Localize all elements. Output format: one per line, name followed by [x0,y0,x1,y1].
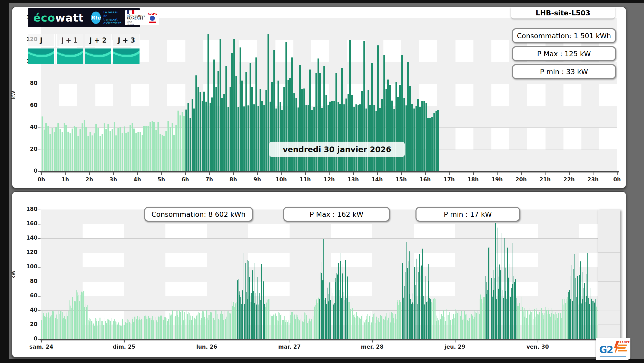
bar [313,323,313,339]
bar [313,316,314,339]
bar [75,299,75,339]
bar [461,311,462,339]
bar [388,322,388,339]
week-chart-plot-area[interactable] [41,210,620,339]
bar [47,317,48,339]
forecast-day-label-3[interactable]: J + 3 [113,34,140,47]
bar [279,321,279,339]
checker-cell [207,224,248,238]
bar [592,301,593,339]
bar [252,302,252,339]
bar [589,304,590,339]
bar [116,322,117,339]
bar [442,310,442,339]
forecast-green-signal-tile-2[interactable] [85,48,112,64]
bar [132,123,133,171]
bar [192,99,193,171]
bar [133,322,134,339]
bar [251,293,252,339]
ademe-globe-icon [150,16,155,21]
bar [322,262,322,339]
bar [142,319,142,339]
bar [250,63,251,171]
bar [448,315,449,339]
bar [578,302,579,339]
bar [276,316,276,339]
bar [431,307,431,339]
bar [333,101,335,171]
bar [293,316,293,339]
bar [110,318,110,339]
bar [216,310,216,339]
bar [143,320,143,339]
bar [390,322,391,339]
republique-francaise-logo: RÉPUBLIQUE FRANÇAISE Liberté Égalité Fra… [125,10,159,25]
bar [115,321,116,339]
bar [41,320,42,339]
y-tick-label: 160 [19,220,37,227]
bar [207,313,207,339]
bar [199,313,200,339]
bar [135,317,135,339]
y-tick-label: 60 [19,292,37,299]
bar [108,319,108,339]
bar [438,315,438,339]
bar [173,319,173,339]
bar [241,81,243,171]
bar [127,319,128,339]
bar [324,300,324,339]
bar [334,303,335,339]
forecast-day-label-1[interactable]: J + 1 [56,34,83,47]
bar [222,320,222,339]
bar [517,298,517,339]
bar [71,308,72,339]
bar [470,318,470,339]
bar [83,296,83,339]
bar [114,319,115,339]
bar [498,289,499,339]
bar [82,292,83,339]
bar [311,110,313,171]
forecast-day-label-0[interactable]: J [28,34,55,47]
bar [561,318,562,339]
bar [392,313,393,339]
bar [477,310,477,339]
bar [474,310,474,339]
x-tick-label: 7h [205,176,213,183]
bar [527,307,527,339]
bar [193,109,195,171]
x-tick-label: ven. 30 [527,344,549,350]
bar [123,318,123,339]
x-axis-line [40,339,621,340]
bar [505,268,506,339]
bar [338,263,339,339]
forecast-green-signal-tile-3[interactable] [113,48,140,64]
bar [164,317,165,339]
bar [65,319,66,339]
bar [65,320,65,339]
bar [498,228,498,339]
bar [451,313,451,339]
bar [43,311,43,339]
forecast-green-signal-tile-1[interactable] [56,48,83,64]
forecast-green-signal-tile-0[interactable] [28,48,55,64]
forecast-day-label-2[interactable]: J + 2 [85,34,112,47]
bar [560,313,560,339]
bar [283,320,284,339]
bar [100,136,101,171]
future-strip-cell [598,224,620,238]
bar [112,322,113,339]
bar [466,317,467,339]
bar [545,307,546,339]
bar [453,314,454,339]
bar [514,282,515,339]
bar [586,296,587,339]
bar [407,62,409,171]
bar [162,135,163,171]
bar [429,281,429,339]
bar [104,123,105,171]
bar [185,110,187,171]
bar [593,301,594,339]
bar [547,311,548,339]
bar [353,305,353,339]
